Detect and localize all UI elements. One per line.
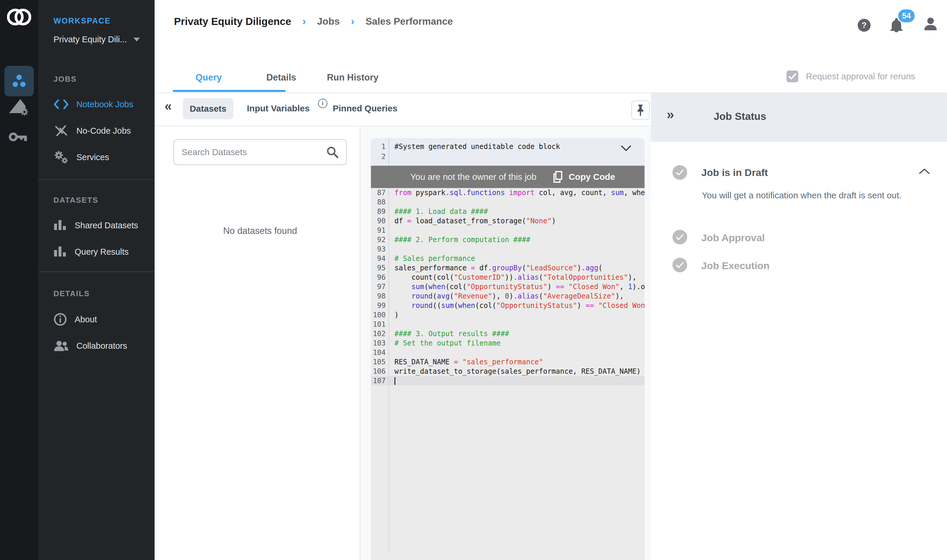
- code-line[interactable]: 98 round(avg("Revenue"), 0).alias("Avera…: [371, 291, 645, 301]
- breadcrumb-project[interactable]: Privaty Equity Diligence: [174, 15, 291, 27]
- pin-panel-button[interactable]: [631, 100, 650, 120]
- notification-badge: 54: [898, 9, 915, 22]
- ownership-banner: You are not the owner of this job Copy C…: [371, 166, 645, 188]
- sidebar-item-no-code-jobs[interactable]: No-Code Jobs: [54, 122, 151, 139]
- people-icon: [54, 340, 69, 352]
- step-label-approval[interactable]: Job Approval: [701, 232, 765, 243]
- request-approval-label: Request approval for reruns: [806, 71, 915, 82]
- system-code-line: 2: [371, 152, 645, 162]
- code-line[interactable]: 94# Sales performance: [371, 254, 645, 263]
- sidebar-divider: [38, 271, 155, 272]
- workspace-selector[interactable]: Privaty Equity Dili...: [54, 35, 151, 45]
- collapse-panel-button[interactable]: «: [165, 99, 172, 114]
- code-line[interactable]: 90df = load_dataset_from_storage("None"): [371, 216, 645, 226]
- sidebar-item-collaborators[interactable]: Collaborators: [54, 337, 151, 354]
- app-window: WORKSPACE Privaty Equity Dili... JOBS No…: [0, 0, 947, 560]
- subnav-item-input-variables[interactable]: Input Variables: [247, 103, 310, 114]
- checkbox-checked-icon[interactable]: [787, 71, 798, 82]
- sidebar-item-services[interactable]: Services: [54, 149, 151, 166]
- step-description-draft: You will get a notification when the dra…: [702, 191, 937, 200]
- system-code-block[interactable]: 1#System generated uneditable code block…: [371, 138, 645, 166]
- step-circle-approval: [673, 230, 687, 245]
- section-label-details: DETAILS: [54, 289, 90, 298]
- tab-query[interactable]: Query: [185, 72, 232, 83]
- code-line[interactable]: 87from pyspark.sql.functions import col,…: [371, 188, 645, 197]
- active-tab-underline: [173, 90, 286, 92]
- gutter-separator: [388, 188, 389, 552]
- subnav-item-pinned-queries[interactable]: Pinned Queries: [333, 103, 397, 114]
- info-icon: [54, 312, 67, 326]
- search-placeholder: Search Datasets: [182, 147, 247, 157]
- sidebar-item-label: About: [75, 315, 97, 325]
- code-line[interactable]: 92#### 2. Perform computation ####: [371, 235, 645, 245]
- tab-details[interactable]: Details: [258, 72, 305, 83]
- breadcrumb-current: Sales Performance: [366, 16, 453, 27]
- code-editor[interactable]: 87from pyspark.sql.functions import col,…: [371, 188, 645, 560]
- code-line[interactable]: 95sales_performance = df.groupBy("LeadSo…: [371, 263, 645, 273]
- chevron-down-icon: [134, 38, 140, 42]
- section-label-datasets: DATASETS: [54, 196, 98, 205]
- sidebar-item-query-results[interactable]: Query Results: [54, 243, 151, 260]
- code-line[interactable]: 101: [371, 320, 645, 329]
- breadcrumb-jobs[interactable]: Jobs: [317, 16, 340, 27]
- section-label-jobs: JOBS: [54, 75, 77, 84]
- sidebar-item-shared-datasets[interactable]: Shared Datasets: [54, 217, 151, 234]
- copy-code-label: Copy Code: [569, 172, 615, 182]
- step-label-execution[interactable]: Job Execution: [701, 260, 770, 271]
- cluster-dots-icon: [11, 74, 27, 88]
- sidebar-item-notebook-jobs[interactable]: Notebook Jobs: [54, 96, 151, 113]
- rail-item-jobs-active[interactable]: [5, 66, 34, 96]
- code-line[interactable]: 103# Set the output filename: [371, 338, 645, 348]
- text-cursor: [394, 377, 395, 385]
- breadcrumb-separator-icon: ›: [302, 15, 306, 28]
- step-label-draft[interactable]: Job is in Draft: [701, 167, 768, 178]
- code-line[interactable]: 106write_dataset_to_storage(sales_perfor…: [371, 367, 645, 376]
- help-button[interactable]: ?: [857, 18, 871, 34]
- code-line[interactable]: 99 round((sum(when(col("OpportunityStatu…: [371, 301, 645, 310]
- code-line[interactable]: 107: [371, 376, 645, 386]
- sidebar-item-label: Query Results: [75, 247, 129, 257]
- subnav-item-datasets[interactable]: Datasets: [183, 98, 233, 119]
- rail-item-analytics[interactable]: [8, 97, 29, 117]
- tab-run-history[interactable]: Run History: [316, 72, 390, 83]
- info-icon[interactable]: i: [318, 99, 327, 108]
- copy-icon: [553, 171, 563, 183]
- search-input[interactable]: Search Datasets: [173, 139, 347, 165]
- pushpin-icon: [636, 104, 645, 116]
- code-line[interactable]: 89#### 1. Load data ####: [371, 207, 645, 216]
- svg-text:?: ?: [861, 21, 867, 30]
- collapse-job-status-button[interactable]: »: [667, 106, 674, 122]
- code-line[interactable]: 100): [371, 310, 645, 320]
- expand-system-block-button[interactable]: [621, 145, 631, 153]
- account-button[interactable]: [923, 17, 938, 33]
- code-line[interactable]: 96 count(col("CustomerID")).alias("Total…: [371, 273, 645, 282]
- chevron-up-icon[interactable]: [919, 168, 930, 176]
- sidebar-divider: [38, 179, 155, 180]
- code-line[interactable]: 93: [371, 245, 645, 254]
- sidebar-item-label: Notebook Jobs: [76, 100, 133, 109]
- gutter-separator: [388, 138, 389, 166]
- code-line[interactable]: 88: [371, 197, 645, 207]
- sidebar-item-label: No-Code Jobs: [76, 126, 131, 136]
- search-icon[interactable]: [326, 146, 339, 158]
- request-approval-toggle[interactable]: Request approval for reruns: [787, 71, 915, 82]
- code-line[interactable]: 105RES_DATA_NAME = "sales_performance": [371, 357, 645, 367]
- workspace-label: WORKSPACE: [54, 17, 111, 26]
- app-logo[interactable]: [7, 6, 31, 28]
- workspace-name: Privaty Equity Dili...: [54, 35, 127, 45]
- code-line[interactable]: 91: [371, 226, 645, 235]
- sidebar-item-about[interactable]: About: [54, 311, 151, 328]
- sidebar-item-label: Services: [76, 152, 109, 162]
- system-code-line: 1#System generated uneditable code block: [371, 142, 645, 152]
- code-line[interactable]: 97 sum(when(col("OpportunityStatus") == …: [371, 282, 645, 291]
- copy-code-button[interactable]: Copy Code: [553, 171, 615, 183]
- key-icon: [9, 129, 29, 145]
- subnav-item-label: Datasets: [189, 104, 226, 114]
- sidebar-item-label: Collaborators: [76, 341, 127, 351]
- code-line[interactable]: 104: [371, 348, 645, 357]
- no-code-icon: [54, 125, 69, 137]
- rail-item-access-keys[interactable]: [8, 128, 29, 146]
- banner-message: You are not the owner of this job: [410, 172, 536, 182]
- interlocked-circles-icon: [7, 6, 31, 28]
- code-line[interactable]: 102#### 3. Output results ####: [371, 329, 645, 338]
